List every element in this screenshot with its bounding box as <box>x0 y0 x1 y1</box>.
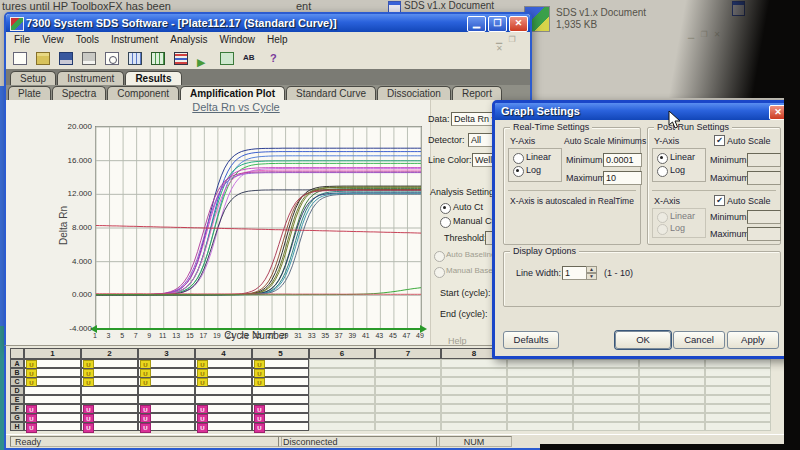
well-cell-E1[interactable] <box>24 395 81 404</box>
well-cell-E4[interactable] <box>195 395 252 404</box>
well-cell-C7[interactable] <box>375 377 441 386</box>
well-cell-E11[interactable] <box>639 395 705 404</box>
well-cell-C2[interactable]: U <box>81 377 138 386</box>
print-button[interactable] <box>79 49 99 67</box>
apply-button[interactable]: Apply <box>727 331 779 349</box>
well-cell-E8[interactable] <box>441 395 507 404</box>
well-cell-G2[interactable]: U <box>81 413 138 422</box>
well-cell-G12[interactable] <box>705 413 771 422</box>
plate-column-header[interactable]: 2 <box>81 348 138 359</box>
well-cell-C6[interactable] <box>309 377 375 386</box>
well-cell-G3[interactable]: U <box>138 413 195 422</box>
well-cell-A11[interactable] <box>639 359 705 368</box>
ab-tool-button[interactable] <box>240 49 260 67</box>
well-cell-H12[interactable] <box>705 422 771 431</box>
well-cell-F9[interactable] <box>507 404 573 413</box>
well-cell-B7[interactable] <box>375 368 441 377</box>
well-cell-G5[interactable]: U <box>252 413 309 422</box>
well-cell-D2[interactable] <box>81 386 138 395</box>
new-document-button[interactable] <box>10 49 30 67</box>
pr-y-autoscale-checkbox[interactable] <box>714 135 725 146</box>
well-cell-H10[interactable] <box>573 422 639 431</box>
plate-column-header[interactable]: 6 <box>309 348 375 359</box>
subtab-report[interactable]: Report <box>452 86 502 100</box>
well-cell-G11[interactable] <box>639 413 705 422</box>
auto-ct-radio[interactable] <box>440 203 451 214</box>
well-cell-E9[interactable] <box>507 395 573 404</box>
well-cell-D11[interactable] <box>639 386 705 395</box>
close-button[interactable]: ✕ <box>509 16 528 32</box>
well-cell-G4[interactable]: U <box>195 413 252 422</box>
well-cell-C11[interactable] <box>639 377 705 386</box>
well-cell-E10[interactable] <box>573 395 639 404</box>
save-button[interactable] <box>56 49 76 67</box>
plot-canvas[interactable] <box>95 126 422 330</box>
well-cell-F5[interactable]: U <box>252 404 309 413</box>
well-cell-G10[interactable] <box>573 413 639 422</box>
cancel-button[interactable]: Cancel <box>673 331 725 349</box>
well-cell-D5[interactable] <box>252 386 309 395</box>
pr-linear-radio[interactable] <box>657 153 668 164</box>
well-cell-A5[interactable]: U <box>252 359 309 368</box>
well-inspector-button[interactable] <box>125 49 145 67</box>
pr-log-radio[interactable] <box>657 166 668 177</box>
plate-column-header[interactable]: 3 <box>138 348 195 359</box>
well-cell-F8[interactable] <box>441 404 507 413</box>
well-cell-B10[interactable] <box>573 368 639 377</box>
well-cell-C5[interactable]: U <box>252 377 309 386</box>
well-cell-H7[interactable] <box>375 422 441 431</box>
well-cell-H11[interactable] <box>639 422 705 431</box>
rt-minimum-field[interactable]: 0.0001 <box>603 153 642 167</box>
well-cell-E12[interactable] <box>705 395 771 404</box>
ok-button[interactable]: OK <box>615 331 671 349</box>
well-cell-H1[interactable]: U <box>24 422 81 431</box>
pr-x-log-radio[interactable] <box>657 224 668 235</box>
auto-baseline-radio[interactable] <box>434 251 445 262</box>
rt-maximum-field[interactable]: 10 <box>603 171 642 185</box>
tab-setup[interactable]: Setup <box>10 71 56 85</box>
plate-column-header[interactable]: 7 <box>375 348 441 359</box>
well-cell-G7[interactable] <box>375 413 441 422</box>
pr-y-min-field[interactable] <box>747 153 781 167</box>
export-report-button[interactable] <box>217 49 237 67</box>
well-cell-A4[interactable]: U <box>195 359 252 368</box>
subtab-standard-curve[interactable]: Standard Curve <box>286 86 376 100</box>
well-cell-B2[interactable]: U <box>81 368 138 377</box>
manual-baseline-radio[interactable] <box>434 267 445 278</box>
mdi-child-buttons[interactable]: ▁ ❐ ✕ <box>496 35 530 53</box>
subtab-dissociation[interactable]: Dissociation <box>377 86 451 100</box>
plate-column-header[interactable]: 1 <box>24 348 81 359</box>
well-cell-B1[interactable]: U <box>24 368 81 377</box>
well-cell-H6[interactable] <box>309 422 375 431</box>
rt-log-radio[interactable] <box>513 166 524 177</box>
menu-instrument[interactable]: Instrument <box>105 34 164 45</box>
well-cell-H2[interactable]: U <box>81 422 138 431</box>
menu-analysis[interactable]: Analysis <box>164 34 213 45</box>
print-preview-button[interactable] <box>102 49 122 67</box>
window-titlebar[interactable]: 7300 System SDS Software - [Plate112.17 … <box>6 14 530 32</box>
well-cell-C3[interactable]: U <box>138 377 195 386</box>
dialog-titlebar[interactable]: Graph Settings ✕ <box>495 103 789 120</box>
well-cell-F2[interactable]: U <box>81 404 138 413</box>
menu-view[interactable]: View <box>36 34 70 45</box>
well-cell-C10[interactable] <box>573 377 639 386</box>
menu-window[interactable]: Window <box>213 34 261 45</box>
well-cell-G1[interactable]: U <box>24 413 81 422</box>
well-cell-H9[interactable] <box>507 422 573 431</box>
pr-x-linear-radio[interactable] <box>657 212 668 223</box>
well-cell-H3[interactable]: U <box>138 422 195 431</box>
plate-column-header[interactable]: 5 <box>252 348 309 359</box>
well-cell-C1[interactable]: U <box>24 377 81 386</box>
well-cell-A9[interactable] <box>507 359 573 368</box>
subtab-component[interactable]: Component <box>107 86 179 100</box>
well-cell-F12[interactable] <box>705 404 771 413</box>
well-cell-F4[interactable]: U <box>195 404 252 413</box>
validate-plate-button[interactable] <box>148 49 168 67</box>
tab-results[interactable]: Results <box>125 71 181 85</box>
well-cell-B4[interactable]: U <box>195 368 252 377</box>
help-button[interactable] <box>263 49 283 67</box>
well-cell-B9[interactable] <box>507 368 573 377</box>
well-cell-F1[interactable]: U <box>24 404 81 413</box>
well-cell-H8[interactable] <box>441 422 507 431</box>
defaults-button[interactable]: Defaults <box>503 331 559 349</box>
